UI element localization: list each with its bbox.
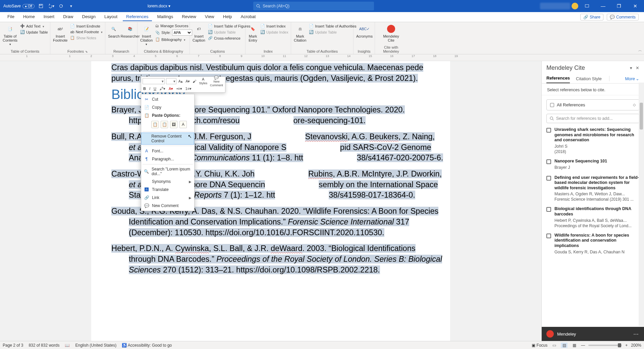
tab-file[interactable]: File <box>4 13 18 21</box>
reference-item[interactable]: Biological identifications through DNA b… <box>546 206 639 228</box>
mark-citation-button[interactable]: ⚖Mark Citation <box>294 23 306 42</box>
bibliography-button[interactable]: 📋 Bibliography <box>155 37 193 42</box>
italic-icon[interactable]: I <box>149 87 151 91</box>
minimize-icon[interactable]: — <box>596 0 610 12</box>
close-icon[interactable]: ✕ <box>628 0 643 12</box>
ctx-synonyms[interactable]: Synonyms▶ <box>141 178 194 186</box>
update-toc-button[interactable]: 🔄 Update Table <box>19 30 49 35</box>
reference-checkbox[interactable] <box>546 207 551 212</box>
font-color-icon[interactable]: A▾ <box>168 87 174 91</box>
mini-toolbar[interactable]: ▾ ▾ A▴ A▾ 🖌 AStyles 💬New Comment B I U 🖍… <box>141 77 225 93</box>
reference-search-input[interactable]: Search for references to add... <box>546 114 639 123</box>
insert-caption-button[interactable]: 🏷Insert Caption <box>193 23 205 42</box>
reference-checkbox[interactable] <box>546 234 551 238</box>
word-count[interactable]: 832 of 832 words <box>29 343 59 348</box>
undo-icon[interactable]: ▾ <box>47 2 55 10</box>
format-painter-icon[interactable]: 🖌 <box>192 79 197 83</box>
paste-picture-icon[interactable]: 🖼 <box>170 121 177 128</box>
insert-toa-button[interactable]: 📄 Insert Table of Authorities <box>308 23 357 29</box>
search-box[interactable]: Search (Alt+Q) <box>253 2 374 10</box>
insert-endnote-button[interactable]: 📄 Insert Endnote <box>69 23 103 29</box>
tab-acrobat[interactable]: Acrobat <box>237 13 259 21</box>
increase-font-icon[interactable]: A▴ <box>178 79 183 84</box>
pane-scrollbar[interactable] <box>639 83 644 326</box>
paste-text-only-icon[interactable]: A <box>179 121 187 128</box>
web-layout-icon[interactable]: ▦ <box>571 343 578 348</box>
insert-citation-button[interactable]: 📝Insert Citation▾ <box>140 23 153 46</box>
table-of-contents-button[interactable]: 📑Table of Contents▾ <box>3 23 17 46</box>
ctx-copy[interactable]: 📄Copy <box>141 103 194 111</box>
spell-check-icon[interactable]: 📖 <box>65 343 70 348</box>
tab-mailings[interactable]: Mailings <box>154 13 177 21</box>
researcher-button[interactable]: 📚Researcher <box>122 23 139 38</box>
save-icon[interactable] <box>37 2 45 10</box>
citation-style-select[interactable]: 📎 Style: APA <box>155 29 193 36</box>
maximize-icon[interactable]: ❐ <box>612 0 627 12</box>
accessibility-indicator[interactable]: ♿ Accessibility: Good to go <box>122 343 172 348</box>
user-name[interactable] <box>540 3 570 9</box>
tab-draw[interactable]: Draw <box>60 13 76 21</box>
language-indicator[interactable]: English (United States) <box>75 343 116 348</box>
customize-qat-icon[interactable]: ▾ <box>67 2 75 10</box>
font-combo[interactable]: ▾ <box>143 78 165 84</box>
zoom-slider[interactable] <box>588 345 622 346</box>
highlight-icon[interactable]: 🖍▾ <box>159 87 166 91</box>
mendeley-more-icon[interactable]: ⋯ <box>633 331 639 337</box>
zoom-level[interactable]: 200% <box>631 343 641 348</box>
pane-more[interactable]: More ⌄ <box>625 76 639 83</box>
tab-references[interactable]: References <box>123 13 152 21</box>
print-layout-icon[interactable]: ▤ <box>561 343 568 348</box>
insert-index-button[interactable]: 📄 Insert Index <box>260 23 289 29</box>
collapse-ribbon-icon[interactable]: ︿ <box>638 48 642 53</box>
underline-icon[interactable]: U <box>153 87 157 91</box>
pane-close-icon[interactable]: ✕ <box>636 65 639 70</box>
tab-review[interactable]: Review <box>178 13 200 21</box>
user-avatar[interactable] <box>572 3 578 9</box>
autosave-toggle[interactable]: AutoSave ● Off <box>3 4 35 8</box>
ctx-translate[interactable]: 🅰Translate <box>141 186 194 194</box>
ctx-search[interactable]: 🔍Search "Lorem ipsum dol..." <box>141 165 194 178</box>
update-tof-button[interactable]: 🔄 Update Table <box>207 30 251 35</box>
all-references-dropdown[interactable]: All References◇ <box>546 99 639 110</box>
paste-keep-source-icon[interactable]: 📋 <box>151 121 159 128</box>
reference-checkbox[interactable] <box>546 159 551 164</box>
document-title[interactable]: lorem.docx ▾ <box>148 4 170 8</box>
reference-item[interactable]: Nanopore Sequencing 101Brayer J <box>546 159 639 170</box>
update-index-button[interactable]: 🔄 Update Index <box>260 30 289 35</box>
horizontal-ruler[interactable]: 112345678910111213141516171819 <box>0 54 644 61</box>
decrease-font-icon[interactable]: A▾ <box>185 79 191 84</box>
tab-view[interactable]: View <box>202 13 218 21</box>
tab-layout[interactable]: Layout <box>101 13 121 21</box>
mark-entry-button[interactable]: 🔖Mark Entry <box>248 23 258 42</box>
comments-button[interactable]: 💬 Comments <box>607 14 639 20</box>
reference-item[interactable]: Wildlife forensics: A boon for species i… <box>546 233 639 255</box>
ctx-new-comment[interactable]: 💬New Comment <box>141 202 194 210</box>
reference-checkbox[interactable] <box>546 128 551 133</box>
next-footnote-button[interactable]: ab Next Footnote <box>69 30 103 34</box>
ctx-remove-content-control[interactable]: Remove Content Control <box>141 133 194 145</box>
page-indicator[interactable]: Page 2 of 3 <box>3 343 23 348</box>
cross-reference-button[interactable]: 🔗 Cross-reference <box>207 36 251 41</box>
show-notes-button[interactable]: 📋 Show Notes <box>69 35 103 40</box>
ctx-link[interactable]: 🔗Link▶ <box>141 194 194 202</box>
update-toa-button[interactable]: 🔄 Update Table <box>308 30 357 35</box>
manage-sources-button[interactable]: 🗂 Manage Sources <box>155 23 193 28</box>
pane-menu-icon[interactable]: ▾ <box>630 65 632 70</box>
read-mode-icon[interactable]: ▭ <box>551 343 557 348</box>
ctx-paragraph[interactable]: ¶Paragraph... <box>141 155 194 163</box>
paste-merge-icon[interactable]: 📋 <box>161 121 168 128</box>
tab-help[interactable]: Help <box>220 13 235 21</box>
redo-icon[interactable] <box>57 2 65 10</box>
font-size-combo[interactable]: ▾ <box>166 78 176 84</box>
share-button[interactable]: 🔗 Share <box>580 14 603 20</box>
mendeley-cite-button[interactable]: Mendeley Cite <box>378 23 405 42</box>
tab-insert[interactable]: Insert <box>40 13 58 21</box>
numbering-icon[interactable]: 1≡▾ <box>185 87 193 91</box>
reference-item[interactable]: Unraveling shark secrets: Sequencing gen… <box>546 127 639 154</box>
tab-design[interactable]: Design <box>79 13 99 21</box>
add-text-button[interactable]: ➕ Add Text <box>19 23 49 29</box>
pane-tab-citation-style[interactable]: Citation Style <box>576 76 602 83</box>
ctx-font[interactable]: AFont... <box>141 147 194 155</box>
bullets-icon[interactable]: •≡▾ <box>176 87 182 91</box>
reference-item[interactable]: Defining end user requirements for a fie… <box>546 175 639 202</box>
